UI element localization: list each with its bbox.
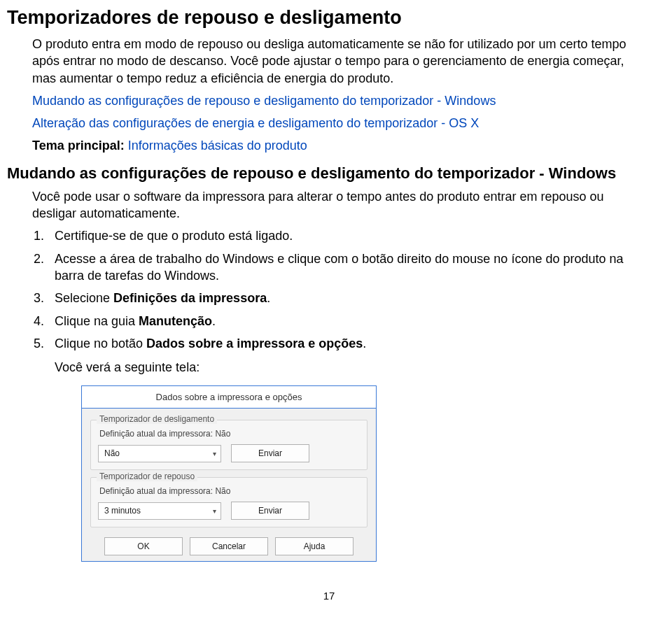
help-button[interactable]: Ajuda bbox=[275, 537, 354, 555]
section-intro: Você pode usar o software da impressora … bbox=[32, 188, 651, 222]
screen-intro: Você verá a seguinte tela: bbox=[55, 359, 651, 376]
sleep-timer-select[interactable]: 3 minutos ▾ bbox=[98, 502, 221, 520]
sleep-timer-select-value: 3 minutos bbox=[104, 506, 141, 516]
sleep-timer-send-button[interactable]: Enviar bbox=[231, 502, 309, 520]
group-sleep-timer: Temporizador de repouso Definição atual … bbox=[90, 477, 368, 527]
parent-topic-label: Tema principal: bbox=[32, 139, 125, 153]
step-2: Acesse a área de trabalho do Windows e c… bbox=[48, 250, 651, 285]
parent-topic: Tema principal: Informações básicas do p… bbox=[32, 137, 651, 154]
group-sleep-timer-label: Temporizador de repouso bbox=[97, 471, 197, 481]
page-number: 17 bbox=[7, 590, 651, 602]
off-timer-select[interactable]: Não ▾ bbox=[98, 445, 221, 462]
off-timer-select-value: Não bbox=[104, 448, 120, 458]
dialog-printer-info: Dados sobre a impressora e opções Tempor… bbox=[81, 385, 377, 562]
intro-paragraph: O produto entra em modo de repouso ou de… bbox=[32, 36, 651, 87]
ok-button[interactable]: OK bbox=[104, 537, 183, 555]
cancel-button[interactable]: Cancelar bbox=[190, 537, 268, 555]
step-1: Certifique-se de que o produto está liga… bbox=[48, 227, 651, 244]
chevron-down-icon: ▾ bbox=[213, 450, 216, 458]
link-osx-timer[interactable]: Alteração das configurações de energia e… bbox=[32, 116, 479, 130]
off-timer-current: Definição atual da impressora: Não bbox=[99, 429, 360, 439]
group-off-timer-label: Temporizador de desligamento bbox=[97, 414, 217, 424]
step-4: Clique na guia Manutenção. bbox=[48, 313, 651, 329]
step-3: Selecione Definições da impressora. bbox=[48, 290, 651, 306]
chevron-down-icon: ▾ bbox=[213, 507, 216, 515]
steps-list: Certifique-se de que o produto está liga… bbox=[32, 227, 651, 352]
dialog-titlebar: Dados sobre a impressora e opções bbox=[82, 386, 376, 409]
group-off-timer: Temporizador de desligamento Definição a… bbox=[90, 420, 368, 470]
step-5: Clique no botão Dados sobre a impressora… bbox=[48, 335, 651, 352]
sleep-timer-current: Definição atual da impressora: Não bbox=[99, 486, 360, 496]
parent-topic-link[interactable]: Informações básicas do produto bbox=[128, 139, 307, 153]
link-windows-timer[interactable]: Mudando as configurações de repouso e de… bbox=[32, 94, 496, 108]
off-timer-send-button[interactable]: Enviar bbox=[231, 444, 309, 462]
page-title: Temporizadores de repouso e desligamento bbox=[7, 7, 651, 29]
section-title: Mudando as configurações de repouso e de… bbox=[7, 164, 651, 183]
